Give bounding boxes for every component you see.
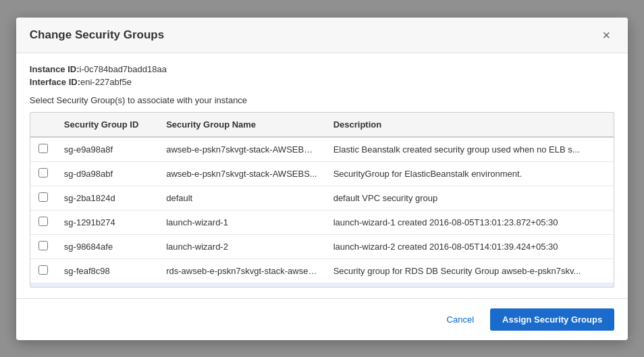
sg-description-cell: open port 25 for mail server [325,283,614,287]
table-row: sg-e9a98a8fawseb-e-pskn7skvgt-stack-AWSE… [30,137,614,162]
table-body: sg-e9a98a8fawseb-e-pskn7skvgt-stack-AWSE… [30,137,614,287]
instance-id-value: i-0c784bad7badd18aa [80,64,167,74]
table-row: sg-d9a98abfawseb-e-pskn7skvgt-stack-AWSE… [30,161,614,186]
sg-name-cell: rds-awseb-e-pskn7skvgt-stack-awseb... [158,258,325,283]
row-checkbox[interactable] [38,144,48,153]
sg-name-cell: awseb-e-pskn7skvgt-stack-AWSEBS... [158,161,325,186]
modal-header: Change Security Groups × [16,18,628,53]
sg-description-cell: Elastic Beanstalk created security group… [325,137,614,162]
sg-name-cell: smtp port [158,283,325,287]
sg-id-cell: sg-d9a98abf [56,161,158,186]
table-row: sg-feaf8c98rds-awseb-e-pskn7skvgt-stack-… [30,258,614,283]
modal-body: Instance ID:i-0c784bad7badd18aa Interfac… [16,53,628,298]
table-row: sg-98684afelaunch-wizard-2launch-wizard-… [30,234,614,258]
row-checkbox-cell [30,283,56,287]
row-checkbox[interactable] [38,168,48,177]
modal-title: Change Security Groups [30,28,164,42]
table-row: sg-1291b274launch-wizard-1launch-wizard-… [30,210,614,234]
security-groups-table: Security Group ID Security Group Name De… [30,113,614,287]
instance-id-label: Instance ID: [30,64,80,74]
instance-info: Instance ID:i-0c784bad7badd18aa Interfac… [30,64,614,87]
sg-id-cell: sg-feaf8c98 [56,258,158,283]
row-checkbox-cell [30,161,56,186]
row-checkbox-cell [30,234,56,258]
assign-security-groups-button[interactable]: Assign Security Groups [490,308,614,331]
change-security-groups-modal: Change Security Groups × Instance ID:i-0… [16,18,628,340]
sg-name-cell: awseb-e-pskn7skvgt-stack-AWSEBLo... [158,137,325,162]
sg-id-cell: sg-56dbf330 [56,283,158,287]
security-groups-table-container: Security Group ID Security Group Name De… [30,112,614,287]
cancel-button[interactable]: Cancel [439,309,482,330]
interface-id-label: Interface ID: [30,77,80,87]
col-header-description: Description [325,113,614,137]
row-checkbox-cell [30,210,56,234]
sg-description-cell: launch-wizard-1 created 2016-08-05T13:01… [325,210,614,234]
sg-id-cell: sg-2ba1824d [56,186,158,210]
row-checkbox-cell [30,137,56,162]
sg-description-cell: default VPC security group [325,186,614,210]
col-header-checkbox [30,113,56,137]
row-checkbox[interactable] [38,265,48,275]
row-checkbox-cell [30,258,56,283]
select-label: Select Security Group(s) to associate wi… [30,95,614,105]
modal-overlay: Change Security Groups × Instance ID:i-0… [0,0,644,357]
row-checkbox[interactable] [38,217,48,226]
sg-description-cell: Security group for RDS DB Security Group… [325,258,614,283]
row-checkbox[interactable] [38,241,48,250]
col-header-sg-id: Security Group ID [56,113,158,137]
table-header-row: Security Group ID Security Group Name De… [30,113,614,137]
interface-id-row: Interface ID:eni-227abf5e [30,77,614,87]
sg-name-cell: default [158,186,325,210]
sg-name-cell: launch-wizard-2 [158,234,325,258]
sg-id-cell: sg-98684afe [56,234,158,258]
col-header-sg-name: Security Group Name [158,113,325,137]
row-checkbox[interactable] [38,192,48,202]
close-button[interactable]: × [598,27,614,43]
modal-footer: Cancel Assign Security Groups [16,298,628,340]
sg-name-cell: launch-wizard-1 [158,210,325,234]
sg-description-cell: launch-wizard-2 created 2016-08-05T14:01… [325,234,614,258]
instance-id-row: Instance ID:i-0c784bad7badd18aa [30,64,614,74]
table-row: sg-56dbf330smtp portopen port 25 for mai… [30,283,614,287]
sg-description-cell: SecurityGroup for ElasticBeanstalk envir… [325,161,614,186]
row-checkbox-cell [30,186,56,210]
sg-id-cell: sg-1291b274 [56,210,158,234]
interface-id-value: eni-227abf5e [80,77,132,87]
table-row: sg-2ba1824ddefaultdefault VPC security g… [30,186,614,210]
sg-id-cell: sg-e9a98a8f [56,137,158,162]
